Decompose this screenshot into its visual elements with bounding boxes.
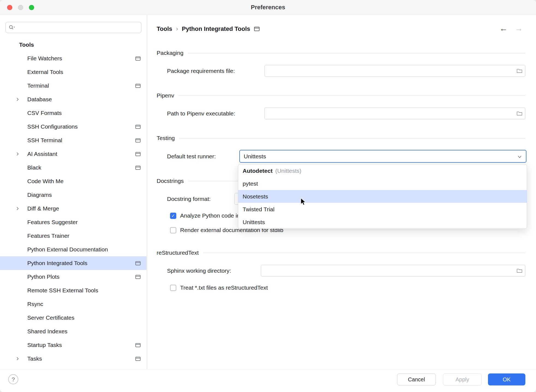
sidebar-item-diagrams[interactable]: Diagrams — [0, 188, 147, 202]
sidebar-item-python-integrated-tools[interactable]: Python Integrated Tools — [0, 256, 147, 270]
sidebar-item-label: Diff & Merge — [27, 205, 59, 212]
section-testing: Testing — [157, 133, 525, 143]
titlebar: Preferences — [0, 0, 536, 15]
sphinx-directory-input[interactable] — [261, 265, 525, 277]
sidebar-item-terminal[interactable]: Terminal — [0, 79, 147, 93]
sidebar-item-rsync[interactable]: Rsync — [0, 297, 147, 311]
sidebar-item-features-suggester[interactable]: Features Suggester — [0, 215, 147, 229]
dropdown-item-note: (Unittests) — [275, 168, 302, 174]
minimize-button[interactable] — [18, 5, 23, 10]
section-divider — [178, 96, 525, 96]
dropdown-item-nosetests[interactable]: Nosetests — [238, 190, 527, 203]
chevron-right-icon[interactable] — [16, 152, 19, 156]
back-arrow-icon[interactable]: ← — [499, 23, 508, 33]
sidebar-group-label: Tools — [19, 41, 34, 48]
settings-tree: Tools File Watchers External Tools Termi… — [0, 38, 147, 366]
section-pipenv: Pipenv — [157, 91, 525, 100]
chevron-down-icon[interactable] — [518, 156, 522, 158]
section-divider — [203, 253, 525, 253]
pipenv-path-field — [264, 108, 525, 119]
pipenv-path-label: Path to Pipenv executable: — [167, 108, 235, 119]
package-requirements-label: Package requirements file: — [167, 65, 235, 77]
sidebar-item-database[interactable]: Database — [0, 93, 147, 106]
sidebar-item-label: Black — [27, 164, 41, 171]
tool-window-icon — [135, 343, 141, 347]
chevron-right-icon[interactable] — [16, 97, 19, 101]
browse-folder-icon[interactable] — [517, 268, 522, 273]
sidebar-item-server-certificates[interactable]: Server Certificates — [0, 311, 147, 325]
zoom-button[interactable] — [29, 5, 34, 10]
breadcrumb-current: Python Integrated Tools — [182, 25, 250, 32]
sidebar-item-shared-indexes[interactable]: Shared Indexes — [0, 325, 147, 338]
sidebar-item-ssh-terminal[interactable]: SSH Terminal — [0, 133, 147, 147]
sidebar-item-label: Remote SSH External Tools — [27, 287, 98, 294]
tool-window-icon — [135, 166, 141, 170]
sidebar-item-label: External Tools — [27, 69, 63, 75]
search-input[interactable] — [16, 24, 141, 31]
sidebar-item-file-watchers[interactable]: File Watchers — [0, 52, 147, 65]
sidebar-group-tools[interactable]: Tools — [0, 38, 147, 52]
tool-window-icon — [135, 152, 141, 156]
section-title: reStructuredText — [157, 250, 199, 256]
sidebar-item-python-external-documentation[interactable]: Python External Documentation — [0, 243, 147, 256]
package-requirements-input[interactable] — [264, 65, 525, 77]
chevron-right-icon[interactable] — [16, 357, 19, 361]
breadcrumb: Tools › Python Integrated Tools — [157, 23, 260, 35]
default-test-runner-label: Default test runner: — [167, 150, 216, 162]
sidebar-item-external-tools[interactable]: External Tools — [0, 65, 147, 79]
browse-folder-icon[interactable] — [517, 68, 522, 73]
ok-button[interactable]: OK — [488, 373, 525, 385]
sidebar-item-label: Python Integrated Tools — [27, 260, 87, 266]
dropdown-item-pytest[interactable]: pytest — [238, 177, 527, 190]
section-title: Packaging — [157, 50, 183, 56]
checkbox-unchecked-icon[interactable] — [170, 285, 176, 291]
sidebar-item-ai-assistant[interactable]: AI Assistant — [0, 147, 147, 161]
help-button[interactable]: ? — [8, 374, 18, 384]
tool-window-icon — [135, 275, 141, 279]
tool-window-icon — [135, 357, 141, 361]
sidebar-item-black[interactable]: Black — [0, 161, 147, 174]
settings-search[interactable] — [5, 22, 141, 33]
tool-window-icon — [135, 125, 141, 129]
cancel-button[interactable]: Cancel — [397, 373, 436, 385]
sidebar-item-label: AI Assistant — [27, 151, 57, 157]
tool-window-icon — [135, 57, 141, 61]
sidebar-item-label: Features Suggester — [27, 219, 78, 225]
sidebar-item-code-with-me[interactable]: Code With Me — [0, 174, 147, 188]
dialog-footer: ? Cancel Apply OK — [0, 369, 536, 392]
forward-arrow-icon: → — [515, 23, 523, 33]
sidebar-item-label: Rsync — [27, 301, 43, 307]
browse-folder-icon[interactable] — [517, 111, 522, 116]
sidebar-item-startup-tasks[interactable]: Startup Tasks — [0, 338, 147, 352]
sidebar-item-ssh-configurations[interactable]: SSH Configurations — [0, 120, 147, 133]
chevron-right-icon[interactable] — [16, 207, 19, 210]
default-test-runner-combobox[interactable]: Unittests — [239, 150, 526, 163]
sidebar-item-tasks[interactable]: Tasks — [0, 352, 147, 366]
dropdown-item-unittests[interactable]: Unittests — [238, 216, 527, 228]
dropdown-item-autodetect[interactable]: Autodetect (Unittests) — [238, 164, 527, 177]
close-button[interactable] — [7, 5, 12, 10]
sidebar-item-python-plots[interactable]: Python Plots — [0, 270, 147, 284]
pipenv-path-input[interactable] — [264, 108, 525, 119]
sidebar-item-label: Database — [27, 96, 52, 103]
sidebar-item-label: File Watchers — [27, 55, 62, 62]
sidebar-item-label: Diagrams — [27, 192, 52, 198]
treat-txt-checkbox-row[interactable]: Treat *.txt files as reStructuredText — [170, 284, 268, 291]
settings-sidebar: Tools File Watchers External Tools Termi… — [0, 15, 147, 369]
sidebar-item-label: Tasks — [27, 355, 42, 362]
test-runner-dropdown: Autodetect (Unittests) pytest Nosetests … — [238, 164, 527, 229]
search-history-caret-icon — [14, 27, 15, 28]
sidebar-item-remote-ssh-external-tools[interactable]: Remote SSH External Tools — [0, 284, 147, 297]
dropdown-item-label: Twisted Trial — [243, 206, 275, 213]
sidebar-item-diff-merge[interactable]: Diff & Merge — [0, 202, 147, 215]
breadcrumb-root[interactable]: Tools — [157, 25, 172, 32]
sidebar-item-features-trainer[interactable]: Features Trainer — [0, 229, 147, 243]
dropdown-item-twisted-trial[interactable]: Twisted Trial — [238, 203, 527, 216]
dropdown-item-label: Unittests — [243, 219, 265, 225]
checkbox-unchecked-icon[interactable] — [170, 227, 176, 233]
sidebar-item-label: Python Plots — [27, 274, 59, 280]
checkbox-checked-icon[interactable] — [170, 213, 176, 219]
sidebar-item-csv-formats[interactable]: CSV Formats — [0, 106, 147, 120]
tool-window-icon — [135, 138, 141, 142]
combobox-value: Unittests — [244, 153, 266, 160]
